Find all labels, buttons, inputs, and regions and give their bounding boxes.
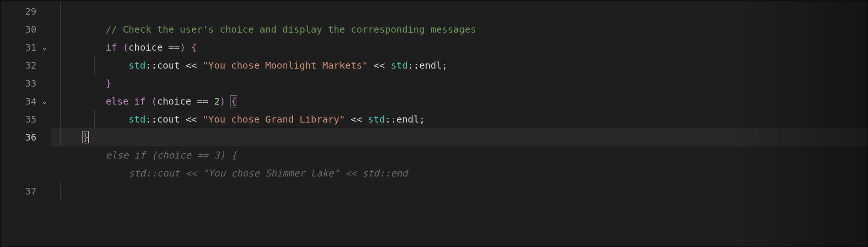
line-number-active[interactable]: 36: [0, 128, 51, 146]
code-line[interactable]: if (choice ==) {: [51, 38, 868, 56]
code-line[interactable]: else if (choice == 2) {: [51, 92, 868, 110]
line-number[interactable]: 34⌄: [0, 92, 51, 110]
code-line-active[interactable]: }: [51, 128, 868, 146]
line-number[interactable]: 37: [0, 182, 51, 200]
comment-token: // Check the user's choice and display t…: [106, 24, 476, 35]
line-number[interactable]: 35: [0, 110, 51, 128]
code-line[interactable]: std::cout << "You chose Grand Library" <…: [51, 110, 868, 128]
line-number[interactable]: 32: [0, 56, 51, 74]
keyword-token: if: [106, 42, 117, 53]
chevron-down-icon[interactable]: ⌄: [40, 41, 49, 54]
gutter: 29 30 31⌄ 32 33 34⌄ 35 36 37: [0, 0, 51, 247]
string-token: "You chose Grand Library": [203, 114, 345, 125]
code-line[interactable]: // Check the user's choice and display t…: [51, 20, 868, 38]
line-number[interactable]: 33: [0, 74, 51, 92]
line-number: [0, 164, 51, 182]
code-line[interactable]: [51, 182, 868, 200]
line-number: [0, 146, 51, 164]
ghost-text: std::cout << "You chose Shimmer Lake" <<…: [129, 168, 408, 179]
code-editor[interactable]: 29 30 31⌄ 32 33 34⌄ 35 36 37 // Check th…: [0, 0, 868, 247]
line-number[interactable]: 30: [0, 20, 51, 38]
inline-suggestion[interactable]: else if (choice == 3) {: [51, 146, 868, 164]
line-number[interactable]: 31⌄: [0, 38, 51, 56]
code-line[interactable]: std::cout << "You chose Moonlight Market…: [51, 56, 868, 74]
line-number[interactable]: 29: [0, 2, 51, 20]
string-token: "You chose Moonlight Markets": [203, 60, 368, 71]
number-token: 2: [214, 96, 220, 107]
inline-suggestion[interactable]: std::cout << "You chose Shimmer Lake" <<…: [51, 164, 868, 182]
code-line[interactable]: }: [51, 74, 868, 92]
code-area[interactable]: // Check the user's choice and display t…: [51, 0, 868, 247]
text-cursor: [88, 132, 89, 143]
ghost-text: else if (choice == 3) {: [106, 150, 237, 161]
bracket-match: {: [230, 95, 237, 107]
code-line[interactable]: [51, 2, 868, 20]
chevron-down-icon[interactable]: ⌄: [40, 95, 49, 108]
